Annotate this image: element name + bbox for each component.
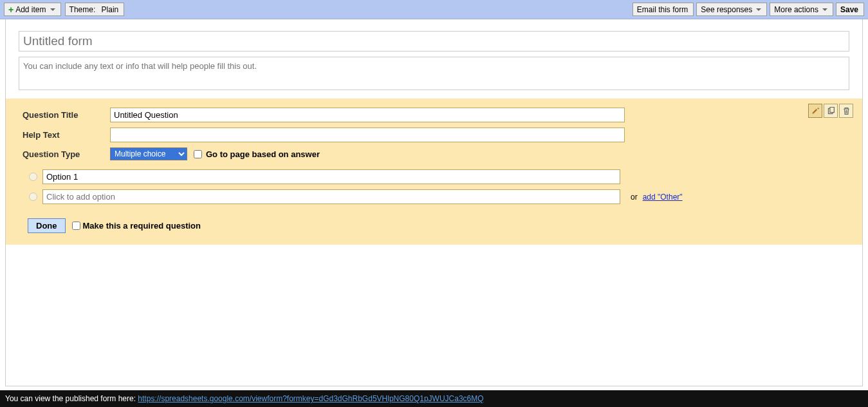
form-description-input[interactable]: [19, 57, 849, 90]
option-radio: [29, 173, 37, 181]
theme-button[interactable]: Theme: Plain: [65, 3, 125, 16]
main-area: Question Title Help Text Question Type M…: [5, 19, 863, 386]
required-label-wrap: Make this a required question: [72, 221, 201, 231]
footer-prefix: You can view the published form here:: [5, 394, 138, 403]
toolbar: + Add item Theme: Plain Email this form …: [0, 0, 868, 19]
add-item-label: Add item: [15, 5, 46, 14]
add-item-button[interactable]: + Add item: [4, 3, 61, 16]
email-form-button[interactable]: Email this form: [633, 3, 694, 16]
options-zone: or add "Other": [28, 169, 849, 204]
copy-icon: [827, 107, 835, 115]
edit-question-button[interactable]: [808, 104, 822, 118]
option-radio: [29, 193, 37, 201]
see-responses-label: See responses: [701, 5, 752, 14]
help-text-input[interactable]: [110, 128, 625, 142]
trash-icon: [842, 107, 851, 115]
question-title-label: Question Title: [23, 110, 110, 120]
question-title-input[interactable]: [110, 108, 625, 122]
done-button[interactable]: Done: [28, 218, 66, 233]
more-actions-button[interactable]: More actions: [770, 3, 833, 16]
done-row: Done Make this a required question: [28, 218, 849, 233]
or-text: or: [631, 193, 638, 202]
chevron-down-icon: [822, 8, 827, 11]
see-responses-button[interactable]: See responses: [696, 3, 767, 16]
question-block: Question Title Help Text Question Type M…: [6, 99, 862, 245]
form-title-input[interactable]: [19, 31, 849, 52]
required-label: Make this a required question: [83, 221, 201, 231]
theme-label: Theme:: [69, 5, 96, 14]
save-label: Save: [840, 5, 858, 14]
chevron-down-icon: [756, 8, 761, 11]
go-to-page-label: Go to page based on answer: [206, 149, 320, 159]
question-type-select[interactable]: Multiple choice: [110, 147, 187, 160]
more-actions-label: More actions: [774, 5, 818, 14]
question-type-label: Question Type: [23, 149, 110, 159]
add-option-row: or add "Other": [28, 189, 849, 204]
help-text-label: Help Text: [23, 130, 110, 140]
done-label: Done: [36, 221, 57, 231]
chevron-down-icon: [50, 8, 55, 11]
go-to-page-checkbox[interactable]: [194, 150, 202, 158]
published-form-link[interactable]: https://spreadsheets.google.com/viewform…: [138, 394, 483, 403]
question-tools: [808, 104, 853, 118]
delete-question-button[interactable]: [839, 104, 853, 118]
option-row: [28, 169, 849, 184]
svg-rect-1: [829, 107, 834, 112]
save-button[interactable]: Save: [836, 3, 864, 16]
footer-bar: You can view the published form here: ht…: [0, 390, 868, 407]
add-other-link[interactable]: add "Other": [643, 193, 683, 202]
option-input[interactable]: [42, 169, 620, 184]
email-form-label: Email this form: [637, 5, 688, 14]
pencil-icon: [811, 107, 820, 115]
theme-value: Plain: [102, 5, 119, 14]
required-checkbox[interactable]: [72, 222, 80, 230]
form-header: [6, 19, 862, 99]
duplicate-question-button[interactable]: [824, 104, 838, 118]
add-option-input[interactable]: [42, 189, 620, 204]
plus-icon: +: [8, 5, 14, 14]
